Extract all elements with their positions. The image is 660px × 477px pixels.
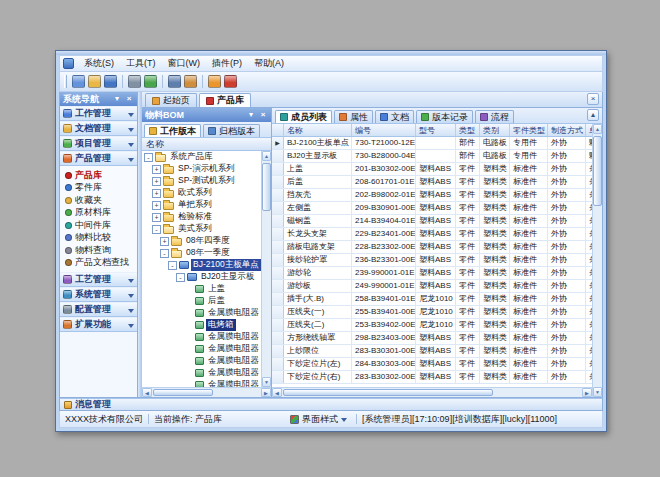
table-row[interactable]: 插手(大.B)258-B39401-01E尼龙1010零件塑料类标准件外协条	[272, 293, 592, 306]
detail-tab-workflow[interactable]: 流程	[475, 110, 514, 123]
nav-group-work[interactable]: 工作管理	[60, 106, 137, 121]
expand-icon[interactable]: +	[152, 213, 161, 222]
expand-icon[interactable]: +	[152, 165, 161, 174]
save-icon[interactable]	[104, 75, 117, 88]
detail-tab-properties[interactable]: 属性	[334, 110, 373, 123]
scroll-right-icon[interactable]: ▶	[261, 388, 271, 397]
expand-icon[interactable]: +	[152, 201, 161, 210]
menu-item-window[interactable]: 窗口(W)	[162, 56, 207, 72]
table-row[interactable]: 上纱限位283-B30301-00E塑料ABS零件塑料类标准件外协条	[272, 345, 592, 358]
tree-node[interactable]: 金属膜电阻器	[142, 355, 261, 367]
scroll-left-icon[interactable]: ◀	[272, 388, 282, 397]
tree-node[interactable]: +08年四季度	[142, 235, 261, 247]
column-header-1[interactable]: 编号	[352, 124, 416, 136]
grid-hscroll-thumb[interactable]	[283, 389, 493, 396]
tree-node[interactable]: -BJ-2100主板单点	[142, 259, 261, 271]
menu-item-plugins[interactable]: 插件(P)	[206, 56, 248, 72]
tree-vscrollbar[interactable]: ▲ ▼	[261, 151, 271, 387]
tree-hscroll-thumb[interactable]	[153, 389, 213, 396]
nav-group-extension[interactable]: 扩展功能	[60, 317, 137, 332]
nav-pin-button[interactable]: ▾	[112, 94, 122, 104]
grid-vscroll-track[interactable]	[593, 134, 602, 387]
detail-tab-member-list[interactable]: 成员列表	[275, 110, 332, 123]
menu-item-system[interactable]: 系统(S)	[78, 56, 120, 72]
nav-item-material-search[interactable]: 物料查询	[60, 244, 137, 257]
message-panel-bar[interactable]: 消息管理	[59, 398, 603, 411]
search-icon[interactable]	[128, 75, 141, 88]
scroll-right-icon[interactable]: ▶	[582, 388, 592, 397]
tree-vscroll-thumb[interactable]	[262, 163, 271, 211]
nav-item-product-library[interactable]: 产品库	[60, 169, 137, 182]
table-row[interactable]: 压线夹(一)255-B39401-00E尼龙1010零件塑料类标准件外协条	[272, 306, 592, 319]
menu-item-help[interactable]: 帮助(A)	[248, 56, 290, 72]
nav-group-process[interactable]: 工艺管理	[60, 272, 137, 287]
tree-vscroll-track[interactable]	[262, 161, 271, 377]
tab-product-library[interactable]: 产品库	[199, 93, 251, 107]
tree-node[interactable]: 金属膜电阻器	[142, 307, 261, 319]
scroll-up-icon[interactable]: ▲	[593, 124, 602, 134]
nav-item-parts-library[interactable]: 零件库	[60, 182, 137, 195]
menu-item-tools[interactable]: 工具(T)	[120, 56, 162, 72]
open-folder-icon[interactable]	[88, 75, 101, 88]
column-header-3[interactable]: 类型	[456, 124, 480, 136]
tree-column-header[interactable]: 名称	[142, 138, 271, 151]
scroll-down-icon[interactable]: ▼	[593, 387, 602, 397]
tree-node[interactable]: -BJ20主显示板	[142, 271, 261, 283]
expand-icon[interactable]: +	[152, 189, 161, 198]
table-row[interactable]: 长龙头支架229-B23401-00E塑料ABS零件塑料类标准件外协条	[272, 228, 592, 241]
tree-node[interactable]: +检验标准	[142, 211, 261, 223]
detail-tab-documents[interactable]: 文档	[375, 110, 414, 123]
tree-node[interactable]: +欧式系列	[142, 187, 261, 199]
tree-node[interactable]: 后盖	[142, 295, 261, 307]
tree-node[interactable]: +SP-测试机系列	[142, 175, 261, 187]
table-row[interactable]: 接纱轮护罩236-B23301-00E塑料ABS零件塑料类标准件外协条	[272, 254, 592, 267]
nav-group-system[interactable]: 系统管理	[60, 287, 137, 302]
grid-hscrollbar[interactable]: ◀ ▶	[272, 387, 592, 397]
help-icon[interactable]	[208, 75, 221, 88]
tree-node[interactable]: -美式系列	[142, 223, 261, 235]
collapse-icon[interactable]: -	[176, 273, 185, 282]
scroll-left-icon[interactable]: ◀	[142, 388, 152, 397]
tree-node[interactable]: 电烤箱	[142, 319, 261, 331]
table-row[interactable]: 压线夹(二)253-B39402-00E尼龙1010零件塑料类标准件外协条	[272, 319, 592, 332]
version-tab-working[interactable]: 工作版本	[144, 124, 201, 137]
tree-node[interactable]: -系统产品库	[142, 151, 261, 163]
table-row[interactable]: 挡灰壳202-B98002-01E塑料ABS零件塑料类标准件外协条	[272, 189, 592, 202]
table-row[interactable]: ▶BJ-2100主板单点730-T21000-12E部件电路板专用件外协颗	[272, 137, 592, 150]
scroll-up-icon[interactable]: ▲	[262, 151, 271, 161]
tab-start-page[interactable]: 起始页	[145, 93, 197, 107]
nav-item-middleware[interactable]: 中间件库	[60, 219, 137, 232]
tree-node[interactable]: 金属膜电阻器	[142, 379, 261, 387]
collapse-icon[interactable]: -	[144, 153, 153, 162]
toolbar-grip-handle[interactable]	[64, 75, 67, 88]
settings-icon[interactable]	[168, 75, 181, 88]
table-row[interactable]: 踏板电路支架228-B23302-00E塑料ABS零件塑料类标准件外协条	[272, 241, 592, 254]
refresh-icon[interactable]	[144, 75, 157, 88]
interface-style-selector[interactable]: 界面样式	[302, 413, 338, 426]
tree-node[interactable]: 金属膜电阻器	[142, 343, 261, 355]
tree-hscroll-track[interactable]	[152, 388, 261, 397]
column-header-0[interactable]: 名称	[284, 124, 352, 136]
tree-node[interactable]: -08年一季度	[142, 247, 261, 259]
tree-node[interactable]: +单把系列	[142, 199, 261, 211]
grid-hscroll-track[interactable]	[282, 388, 582, 397]
table-row[interactable]: 游纱板249-990001-01E塑料ABS零件塑料类标准件外协条	[272, 280, 592, 293]
table-row[interactable]: 左侧盖209-B30901-00E塑料ABS零件塑料类标准件外协条	[272, 202, 592, 215]
table-row[interactable]: 上盖201-B30302-00E塑料ABS零件塑料类标准件外协条	[272, 163, 592, 176]
table-row[interactable]: BJ20主显示板730-B28000-04E部件电路板专用件外协颗	[272, 150, 592, 163]
grid-vscrollbar[interactable]: ▲ ▼	[592, 124, 602, 397]
scroll-down-icon[interactable]: ▼	[262, 377, 271, 387]
tree-node[interactable]: 金属膜电阻器	[142, 331, 261, 343]
bom-close-button[interactable]: ×	[258, 110, 268, 120]
table-row[interactable]: 下纱定位片(左)284-B30303-00E塑料ABS零件塑料类标准件外协条	[272, 358, 592, 371]
collapse-icon[interactable]: -	[160, 249, 169, 258]
grid-vscroll-thumb[interactable]	[593, 136, 602, 206]
nav-item-material-compare[interactable]: 物料比较	[60, 232, 137, 245]
nav-group-config[interactable]: 配置管理	[60, 302, 137, 317]
exit-icon[interactable]	[224, 75, 237, 88]
collapse-icon[interactable]: -	[168, 261, 177, 270]
tree-node[interactable]: +SP-演示机系列	[142, 163, 261, 175]
bom-pin-button[interactable]: ▾	[246, 110, 256, 120]
column-header-6[interactable]: 制造方式	[548, 124, 586, 136]
column-header-5[interactable]: 零件类型	[510, 124, 548, 136]
